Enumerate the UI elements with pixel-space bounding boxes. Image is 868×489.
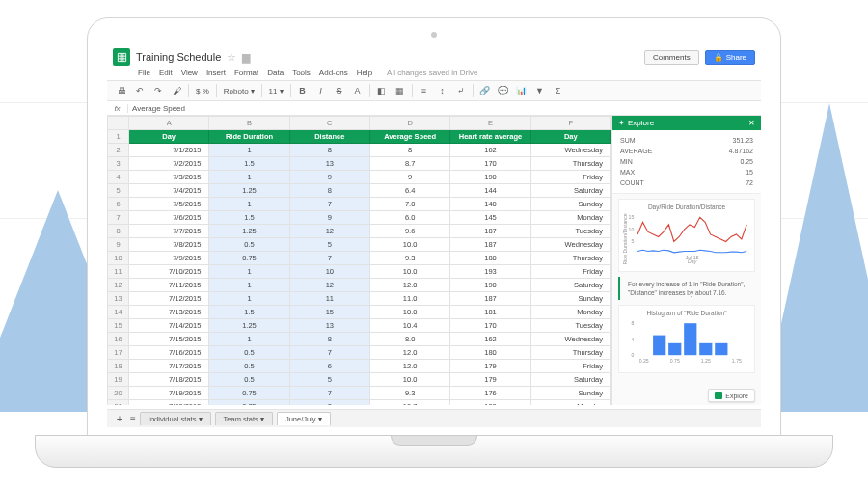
cell[interactable]: 11.0 <box>369 292 449 306</box>
cell[interactable]: 8 <box>289 184 369 198</box>
col-header[interactable]: B <box>209 117 289 130</box>
cell[interactable]: 7/6/2015 <box>129 211 209 225</box>
cell[interactable]: 10 <box>289 265 369 279</box>
font-select[interactable]: Roboto ▾ <box>220 87 258 95</box>
menu-tools[interactable]: Tools <box>292 68 311 77</box>
row-header[interactable]: 13 <box>108 292 129 306</box>
cell[interactable]: 7/1/2015 <box>129 144 209 157</box>
cell[interactable]: 145 <box>450 211 530 225</box>
row-header[interactable]: 7 <box>108 211 129 225</box>
cell[interactable]: 12.0 <box>369 346 449 360</box>
cell[interactable]: Friday <box>530 171 610 184</box>
cell[interactable]: 1 <box>209 144 289 157</box>
cell[interactable]: Saturday <box>530 184 610 198</box>
cell[interactable]: 1.25 <box>209 319 289 333</box>
cell[interactable]: 7/18/2015 <box>129 373 209 387</box>
cell[interactable]: Monday <box>530 400 610 406</box>
row-header[interactable]: 19 <box>108 373 129 387</box>
cell[interactable]: 7 <box>289 387 369 400</box>
cell[interactable]: Thursday <box>530 252 610 265</box>
cell[interactable]: 7/2/2015 <box>129 157 209 171</box>
format-currency[interactable]: $ % <box>192 87 213 95</box>
strike-icon[interactable]: S <box>331 83 348 98</box>
explore-histogram[interactable]: Histogram of "Ride Duration" 0480.250.75… <box>618 305 755 373</box>
menu-addons[interactable]: Add-ons <box>319 68 348 77</box>
row-header[interactable]: 18 <box>108 360 129 373</box>
cell[interactable]: 12.0 <box>369 360 449 373</box>
row-header[interactable]: 16 <box>108 333 129 346</box>
col-header[interactable]: D <box>369 117 449 130</box>
cell[interactable]: Sunday <box>530 387 610 400</box>
cell[interactable]: 5 <box>289 238 369 252</box>
share-button[interactable]: 🔒Share <box>705 50 755 65</box>
spreadsheet-grid[interactable]: ABCDEF1DayRide DurationDistanceAverage S… <box>107 116 611 405</box>
explore-line-chart[interactable]: Day/Ride Duration/Distance 51015Jul 15Da… <box>618 199 755 272</box>
italic-icon[interactable]: I <box>312 83 330 98</box>
folder-icon[interactable]: ▆ <box>242 51 250 64</box>
cell[interactable]: 0.5 <box>209 346 289 360</box>
star-icon[interactable]: ☆ <box>227 51 236 64</box>
explore-button[interactable]: Explore <box>708 389 755 402</box>
cell[interactable]: 187 <box>450 292 530 306</box>
cell[interactable]: Thursday <box>530 157 610 171</box>
col-header[interactable]: F <box>530 117 610 130</box>
row-header[interactable]: 5 <box>108 184 129 198</box>
cell[interactable]: Thursday <box>530 346 610 360</box>
menu-file[interactable]: File <box>138 68 150 77</box>
row-header[interactable]: 11 <box>108 265 129 279</box>
align-icon[interactable]: ≡ <box>416 83 433 98</box>
menu-insert[interactable]: Insert <box>206 68 226 77</box>
row-header[interactable]: 14 <box>108 306 129 319</box>
cell[interactable]: 8 <box>289 333 369 346</box>
cell[interactable]: 9 <box>369 171 449 184</box>
cell[interactable]: 10.0 <box>369 306 449 319</box>
cell[interactable]: 176 <box>450 387 530 400</box>
doc-title[interactable]: Training Schedule <box>136 51 221 63</box>
cell[interactable]: 8 <box>369 144 449 157</box>
tab-junejuly[interactable]: June/July ▾ <box>277 412 331 425</box>
cell[interactable]: 10.4 <box>369 319 449 333</box>
redo-icon[interactable]: ↷ <box>149 83 167 98</box>
valign-icon[interactable]: ↕ <box>434 83 451 98</box>
paint-icon[interactable]: 🖌 <box>168 83 185 98</box>
cell[interactable]: 7/20/2015 <box>129 400 209 406</box>
row-header[interactable]: 8 <box>108 225 129 238</box>
cell[interactable]: Saturday <box>530 279 610 292</box>
cell[interactable]: Saturday <box>530 373 610 387</box>
cell[interactable]: Wednesday <box>530 144 610 157</box>
cell[interactable]: 7/5/2015 <box>129 198 209 211</box>
tab-team[interactable]: Team stats ▾ <box>215 412 273 425</box>
cell[interactable]: 9.3 <box>369 387 449 400</box>
cell[interactable]: 7/7/2015 <box>129 225 209 238</box>
print-icon[interactable]: 🖶 <box>113 83 130 98</box>
cell[interactable]: Monday <box>530 306 610 319</box>
menu-format[interactable]: Format <box>234 68 258 77</box>
cell[interactable]: 7/3/2015 <box>129 171 209 184</box>
all-sheets-icon[interactable]: ≡ <box>130 414 136 424</box>
cell[interactable]: 7/11/2015 <box>129 279 209 292</box>
cell[interactable]: 6 <box>289 360 369 373</box>
col-header[interactable]: A <box>129 117 209 130</box>
row-header[interactable]: 1 <box>108 130 129 144</box>
cell[interactable]: 15 <box>289 306 369 319</box>
cell[interactable]: 12 <box>289 279 369 292</box>
cell[interactable]: 7/13/2015 <box>129 306 209 319</box>
cell[interactable]: 10.0 <box>369 238 449 252</box>
cell[interactable]: Sunday <box>530 292 610 306</box>
borders-icon[interactable]: ▦ <box>392 83 409 98</box>
cell[interactable]: 7/4/2015 <box>129 184 209 198</box>
row-header[interactable]: 2 <box>108 144 129 157</box>
comments-button[interactable]: Comments <box>644 50 699 65</box>
row-header[interactable]: 20 <box>108 387 129 400</box>
cell[interactable]: Tuesday <box>530 225 610 238</box>
cell[interactable]: 7.0 <box>369 198 449 211</box>
cell[interactable]: 0.75 <box>209 400 289 406</box>
cell[interactable]: Friday <box>530 265 610 279</box>
header-cell[interactable]: Day <box>129 130 209 144</box>
cell[interactable]: 1.5 <box>209 211 289 225</box>
fontsize-select[interactable]: 11 ▾ <box>265 87 287 95</box>
cell[interactable]: 1 <box>209 171 289 184</box>
row-header[interactable]: 9 <box>108 238 129 252</box>
cell[interactable]: 7/9/2015 <box>129 252 209 265</box>
cell[interactable]: Wednesday <box>530 333 610 346</box>
